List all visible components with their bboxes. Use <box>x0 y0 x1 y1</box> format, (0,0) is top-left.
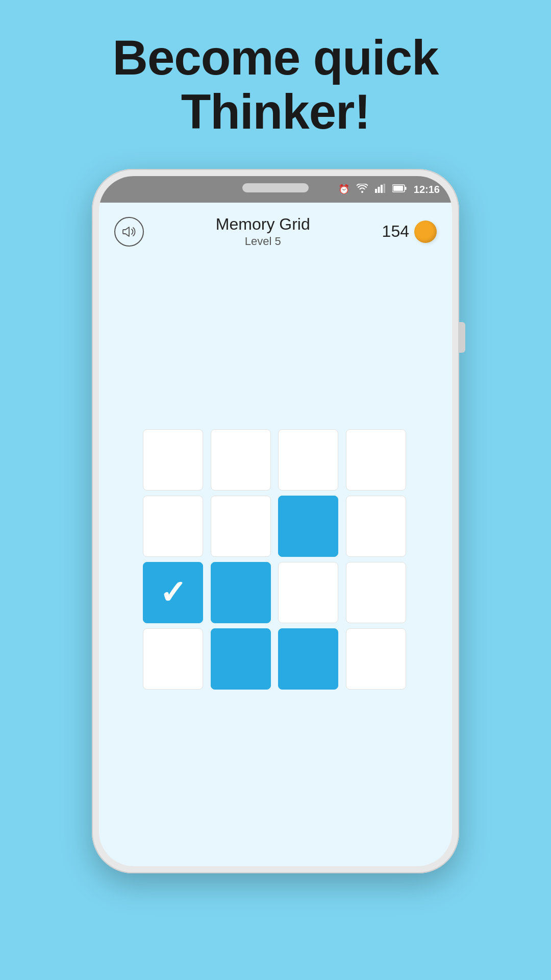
score-number: 154 <box>382 222 409 241</box>
app-level: Level 5 <box>216 235 310 248</box>
status-bar: ⏰ <box>99 176 452 203</box>
svg-rect-3 <box>383 184 385 193</box>
battery-icon <box>392 184 407 195</box>
grid-cell[interactable] <box>346 628 406 690</box>
sound-icon <box>121 224 137 239</box>
phone-screen: ⏰ <box>99 176 452 866</box>
grid-cell[interactable] <box>211 429 271 491</box>
coin-icon <box>414 220 437 243</box>
grid-cell[interactable] <box>143 496 203 557</box>
game-area: ✓ <box>99 252 452 866</box>
wifi-icon <box>357 184 368 195</box>
grid-cell[interactable] <box>346 429 406 491</box>
header-center: Memory Grid Level 5 <box>216 215 310 248</box>
phone-mockup: ⏰ <box>92 169 459 873</box>
grid-cell[interactable] <box>278 429 338 491</box>
svg-rect-2 <box>381 185 383 193</box>
grid-cell[interactable] <box>211 628 271 690</box>
grid-cell[interactable] <box>278 496 338 557</box>
grid-cell[interactable] <box>346 496 406 557</box>
svg-rect-6 <box>393 186 403 191</box>
svg-rect-5 <box>405 187 406 190</box>
alarm-icon: ⏰ <box>338 184 349 195</box>
svg-rect-0 <box>375 189 377 193</box>
signal-icon <box>375 184 385 195</box>
grid-cell[interactable] <box>278 562 338 623</box>
grid-cell[interactable] <box>346 562 406 623</box>
grid-cell[interactable] <box>211 496 271 557</box>
svg-rect-1 <box>378 187 380 193</box>
grid-cell[interactable] <box>143 429 203 491</box>
memory-grid: ✓ <box>143 429 408 690</box>
headline-line1: Become quick <box>113 31 439 85</box>
sound-button[interactable] <box>114 217 144 247</box>
grid-cell[interactable] <box>211 562 271 623</box>
grid-cell[interactable]: ✓ <box>143 562 203 623</box>
score-area: 154 <box>382 220 437 243</box>
headline: Become quick Thinker! <box>113 31 439 138</box>
status-time: 12:16 <box>414 184 440 195</box>
grid-cell[interactable] <box>278 628 338 690</box>
app-header: Memory Grid Level 5 154 <box>99 203 452 252</box>
headline-line2: Thinker! <box>113 85 439 139</box>
app-title: Memory Grid <box>216 215 310 234</box>
grid-cell[interactable] <box>143 628 203 690</box>
checkmark-icon: ✓ <box>159 576 187 609</box>
